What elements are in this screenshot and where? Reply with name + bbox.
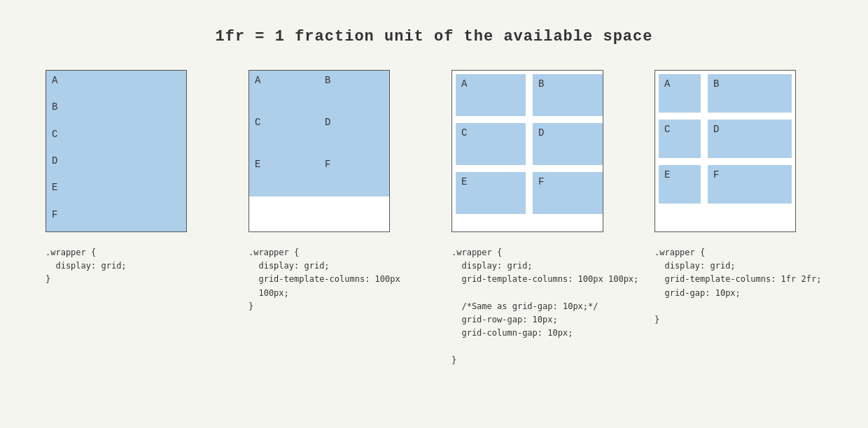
cell-a4: A — [659, 74, 701, 113]
demo-col-1: A B C D E F .wrapper { display: grid; } — [46, 70, 214, 287]
cell-d1: D — [46, 151, 186, 178]
demo-col-4: A B C D E F .wrapper { display: grid; gr… — [654, 70, 822, 327]
cell-f3: F — [533, 172, 603, 214]
demo2-grid: A B C D E F — [249, 71, 389, 231]
cell-d2: D — [319, 113, 389, 155]
page-title: 1fr = 1 fraction unit of the available s… — [14, 28, 854, 45]
cell-b2: B — [319, 71, 389, 113]
demo3-code: .wrapper { display: grid; grid-template-… — [451, 246, 638, 367]
cell-f2: F — [319, 155, 389, 197]
cell-e4: E — [659, 165, 701, 204]
cell-a2: A — [249, 71, 319, 113]
demo1-grid: A B C D E F — [46, 71, 186, 231]
demo1-container: A B C D E F — [46, 70, 187, 232]
cell-c1: C — [46, 124, 186, 151]
demo2-container: A B C D E F — [248, 70, 390, 232]
cell-b4: B — [708, 74, 792, 113]
demo-col-3: A B C D E F .wrapper { display: grid; gr… — [451, 70, 620, 367]
cell-e2: E — [249, 155, 319, 197]
demos-row: A B C D E F .wrapper { display: grid; } … — [14, 70, 854, 367]
demo1-code: .wrapper { display: grid; } — [46, 246, 127, 287]
demo3-container: A B C D E F — [451, 70, 603, 232]
demo4-grid: A B C D E F — [655, 71, 795, 231]
demo2-code: .wrapper { display: grid; grid-template-… — [248, 246, 400, 313]
cell-f4: F — [708, 165, 792, 204]
cell-a1: A — [46, 71, 186, 97]
demo4-container: A B C D E F — [654, 70, 796, 232]
cell-d4: D — [708, 120, 792, 158]
cell-a3: A — [456, 74, 526, 116]
cell-b1: B — [46, 97, 186, 124]
cell-c4: C — [659, 120, 701, 158]
cell-e1: E — [46, 178, 186, 204]
demo3-grid: A B C D E F — [452, 71, 603, 231]
cell-d3: D — [533, 123, 603, 165]
cell-c3: C — [456, 123, 526, 165]
cell-e3: E — [456, 172, 526, 214]
cell-f1: F — [46, 205, 186, 231]
cell-b3: B — [533, 74, 603, 116]
demo-col-2: A B C D E F .wrapper { display: grid; gr… — [248, 70, 416, 313]
cell-c2: C — [249, 113, 319, 155]
demo4-code: .wrapper { display: grid; grid-template-… — [654, 246, 821, 327]
